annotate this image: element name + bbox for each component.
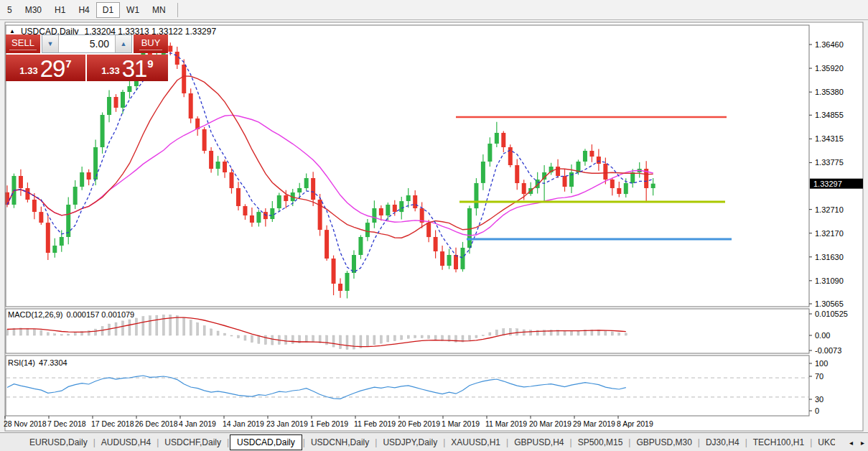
svg-text:14 Jan 2019: 14 Jan 2019 (223, 419, 264, 428)
tab-usdcad-daily[interactable]: USDCAD,Daily (230, 434, 302, 450)
one-click-trade-widget: SELL ▼ ▲ BUY 1.33 29 7 1.33 31 9 (6, 34, 168, 81)
tab-separator: | (745, 437, 747, 447)
tab-separator: | (698, 437, 700, 447)
svg-text:20 Mar 2019: 20 Mar 2019 (529, 419, 571, 428)
tab-sp500-m15[interactable]: SP500,M15 (573, 434, 628, 450)
buy-price-pip: 9 (147, 57, 153, 70)
svg-text:11 Mar 2019: 11 Mar 2019 (485, 419, 527, 428)
svg-text:23 Jan 2019: 23 Jan 2019 (266, 419, 308, 428)
tab-separator: | (375, 437, 377, 447)
svg-text:26 Dec 2018: 26 Dec 2018 (135, 419, 178, 428)
svg-text:1 Feb 2019: 1 Feb 2019 (310, 419, 348, 428)
svg-text:1.34855: 1.34855 (815, 111, 844, 119)
svg-text:1.34315: 1.34315 (815, 134, 844, 143)
tab-usdchf-daily[interactable]: USDCHF,Daily (159, 434, 226, 450)
buy-price-panel[interactable]: 1.33 31 9 (87, 55, 168, 81)
macd-indicator-label: MACD(12,26,9) 0.000157 0.001079 (8, 310, 134, 319)
svg-text:1.31630: 1.31630 (815, 253, 844, 261)
buy-button[interactable]: BUY (134, 34, 168, 53)
svg-text:-0.0073: -0.0073 (815, 346, 841, 355)
svg-text:0: 0 (815, 406, 819, 415)
buy-price-prefix: 1.33 (101, 65, 119, 76)
svg-text:100: 100 (815, 359, 828, 368)
timeframe-button-h4[interactable]: H4 (72, 2, 95, 18)
rsi-name: RSI(14) (8, 358, 35, 367)
timeframe-button-d1[interactable]: D1 (96, 2, 120, 18)
svg-text:20 Feb 2019: 20 Feb 2019 (398, 419, 440, 428)
tab-usdcnh-daily[interactable]: USDCNH,Daily (306, 434, 374, 450)
svg-text:4 Jan 2019: 4 Jan 2019 (179, 419, 216, 428)
sell-button-label: SELL (9, 37, 37, 50)
macd-values: 0.000157 0.001079 (66, 310, 134, 319)
tab-tech100-h1[interactable]: TECH100,H1 (748, 434, 809, 450)
tab-scroll-arrows: ◂ ▸ (849, 433, 864, 451)
tab-scroll-right-icon[interactable]: ▸ (861, 439, 864, 447)
tab-xauusd-h1[interactable]: XAUUSD,H1 (446, 434, 505, 450)
collapse-arrow-icon[interactable]: ▲ (9, 28, 15, 34)
sell-price-panel[interactable]: 1.33 29 7 (6, 55, 85, 81)
tab-gbpusd-h4[interactable]: GBPUSD,H4 (509, 434, 569, 450)
svg-text:1.35380: 1.35380 (815, 88, 844, 96)
timeframe-button-mn[interactable]: MN (146, 2, 172, 18)
timeframe-button-5[interactable]: 5 (1, 2, 19, 18)
svg-text:30: 30 (815, 395, 823, 404)
rsi-indicator-label: RSI(14) 47.3304 (8, 358, 67, 367)
svg-text:8 Apr 2019: 8 Apr 2019 (617, 419, 653, 428)
tab-separator: | (303, 437, 305, 447)
tab-gbpusd-m30[interactable]: GBPUSD,M30 (631, 434, 696, 450)
tab-uko[interactable]: UKO (813, 434, 835, 450)
svg-text:7 Dec 2018: 7 Dec 2018 (47, 419, 86, 428)
svg-text:1.32710: 1.32710 (815, 205, 844, 214)
svg-text:0.00: 0.00 (815, 331, 830, 340)
buy-button-label: BUY (139, 37, 163, 50)
svg-text:70: 70 (815, 372, 823, 381)
tab-separator: | (570, 437, 572, 447)
sell-button[interactable]: SELL (6, 34, 40, 53)
tab-separator: | (227, 437, 229, 447)
volume-increase-button[interactable]: ▲ (115, 35, 131, 52)
rsi-value: 47.3304 (39, 358, 67, 367)
timeframe-button-h1[interactable]: H1 (48, 2, 72, 18)
tab-dj30-h4[interactable]: DJ30,H4 (701, 434, 745, 450)
symbol-tab-bar: EURUSD,Daily|AUDUSD,H4|USDCHF,Daily|USDC… (0, 432, 868, 451)
symbol-tabs: EURUSD,Daily|AUDUSD,H4|USDCHF,Daily|USDC… (24, 434, 835, 450)
tab-separator: | (157, 437, 159, 447)
volume-input[interactable] (59, 35, 115, 52)
tab-separator: | (628, 437, 630, 447)
sell-price-pip: 7 (65, 57, 71, 70)
timeframe-button-m30[interactable]: M30 (19, 2, 48, 18)
svg-text:1.35920: 1.35920 (815, 64, 844, 73)
tab-audusd-h4[interactable]: AUDUSD,H4 (96, 434, 156, 450)
svg-text:28 Nov 2018: 28 Nov 2018 (4, 419, 47, 428)
tab-scroll-left-icon[interactable]: ◂ (849, 439, 853, 447)
tab-usdjpy-daily[interactable]: USDJPY,Daily (378, 434, 442, 450)
svg-text:0.010525: 0.010525 (815, 310, 848, 318)
spinner-up-icon: ▲ (121, 40, 127, 47)
svg-text:17 Dec 2018: 17 Dec 2018 (91, 419, 134, 428)
volume-spinner: ▼ ▲ (42, 34, 132, 53)
svg-text:1.32170: 1.32170 (815, 229, 844, 238)
svg-text:1.33297: 1.33297 (813, 180, 842, 188)
spinner-down-icon: ▼ (47, 40, 54, 47)
sell-price-big: 29 (40, 57, 65, 80)
svg-text:11 Feb 2019: 11 Feb 2019 (354, 419, 396, 428)
volume-decrease-button[interactable]: ▼ (42, 35, 59, 52)
svg-text:1.30565: 1.30565 (815, 299, 844, 308)
tab-separator: | (810, 437, 812, 447)
tab-separator: | (93, 437, 95, 447)
toolbar-separator (177, 3, 178, 17)
buy-price-big: 31 (122, 57, 147, 80)
macd-name: MACD(12,26,9) (8, 310, 62, 319)
svg-text:29 Mar 2019: 29 Mar 2019 (573, 419, 615, 428)
svg-text:1.31090: 1.31090 (815, 276, 844, 285)
timeframe-toolbar: 5M30H1H4D1W1MN (0, 0, 868, 20)
svg-text:1.36460: 1.36460 (815, 40, 844, 49)
timeframe-button-w1[interactable]: W1 (120, 2, 146, 18)
tab-separator: | (443, 437, 445, 447)
svg-text:1 Mar 2019: 1 Mar 2019 (442, 419, 480, 428)
tab-eurusd-daily[interactable]: EURUSD,Daily (24, 434, 93, 450)
svg-text:1.33775: 1.33775 (815, 158, 844, 167)
sell-price-prefix: 1.33 (19, 65, 37, 76)
tab-separator: | (506, 437, 508, 447)
